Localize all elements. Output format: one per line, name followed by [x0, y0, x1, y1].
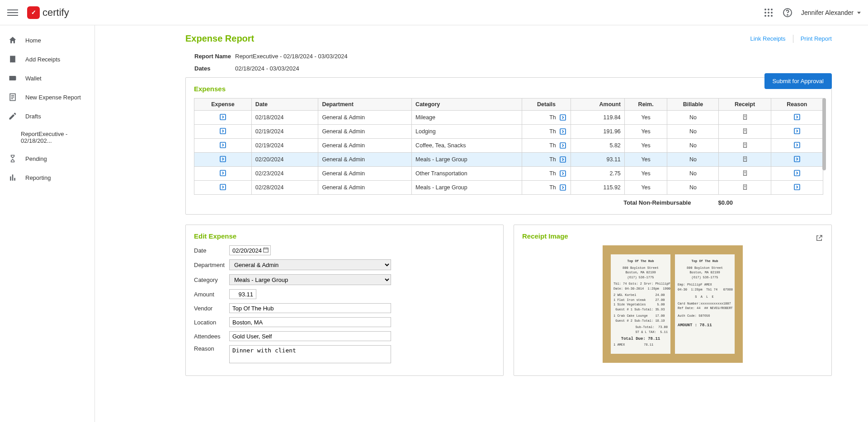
- expand-row-icon[interactable]: [219, 127, 227, 135]
- expand-row-icon[interactable]: [219, 169, 227, 177]
- svg-point-0: [764, 9, 766, 10]
- help-icon[interactable]: [782, 7, 793, 18]
- sidebar-item-drafts[interactable]: Drafts: [0, 107, 94, 126]
- vendor-input[interactable]: [229, 303, 391, 313]
- receipt-icon[interactable]: [742, 116, 748, 122]
- report-name-value: ReportExecutive - 02/18/2024 - 03/03/202…: [235, 53, 348, 60]
- location-input[interactable]: [229, 317, 391, 327]
- column-header: Details: [522, 98, 571, 111]
- sidebar-item-label: Pending: [25, 155, 47, 162]
- cell-details: Th: [549, 114, 556, 121]
- reason-input[interactable]: [229, 345, 391, 363]
- table-row[interactable]: 02/23/2024General & AdminOther Transport…: [194, 167, 823, 181]
- reason-icon[interactable]: [793, 127, 801, 135]
- print-report-link[interactable]: Print Report: [801, 35, 832, 42]
- sidebar-item-label: Home: [25, 37, 41, 44]
- reason-icon[interactable]: [793, 169, 801, 177]
- reason-label: Reason: [194, 345, 229, 352]
- sidebar-item-wallet[interactable]: Wallet: [0, 69, 94, 88]
- cell-department: General & Admin: [318, 125, 412, 139]
- total-nonreimbursable-label: Total Non-Reimbursable: [623, 199, 691, 206]
- sidebar-item-pending[interactable]: Pending: [0, 149, 94, 168]
- cell-category: Lodging: [412, 125, 522, 139]
- receipt-icon[interactable]: [742, 186, 748, 192]
- cell-billable: No: [667, 167, 719, 181]
- cell-category: Coffee, Tea, Snacks: [412, 139, 522, 153]
- attendees-input[interactable]: [229, 331, 391, 341]
- receipt-image[interactable]: Top Of The Hub 800 Boylston Street Bosto…: [603, 245, 743, 363]
- details-icon[interactable]: [559, 155, 567, 164]
- sidebar-item-home[interactable]: Home: [0, 31, 94, 50]
- reason-icon[interactable]: [793, 183, 801, 191]
- svg-rect-17: [794, 128, 800, 134]
- receipt-icon[interactable]: [742, 130, 748, 136]
- table-row[interactable]: 02/19/2024General & AdminLodgingTh191.96…: [194, 125, 823, 139]
- svg-rect-21: [220, 156, 226, 162]
- details-icon[interactable]: [559, 183, 567, 192]
- table-row[interactable]: 02/18/2024General & AdminMileageTh119.84…: [194, 111, 823, 125]
- cell-amount: 191.96: [571, 125, 624, 139]
- location-label: Location: [194, 319, 229, 326]
- cell-date: 02/28/2024: [251, 181, 318, 195]
- cell-reimbursable: Yes: [624, 139, 667, 153]
- open-external-icon[interactable]: [815, 234, 823, 244]
- table-row[interactable]: 02/20/2024General & AdminMeals - Large G…: [194, 153, 823, 167]
- svg-rect-29: [794, 184, 800, 190]
- receipt-icon[interactable]: [742, 172, 748, 178]
- link-receipts-link[interactable]: Link Receipts: [750, 35, 786, 42]
- svg-point-8: [771, 15, 773, 17]
- category-select[interactable]: Meals - Large Group: [229, 274, 391, 285]
- svg-rect-22: [560, 157, 566, 162]
- date-input[interactable]: [229, 245, 271, 255]
- cell-category: Meals - Large Group: [412, 181, 522, 195]
- svg-point-1: [768, 9, 769, 10]
- sidebar-item-reporting[interactable]: Reporting: [0, 168, 94, 187]
- expenses-card-title: Expenses: [194, 85, 823, 93]
- cell-details: Th: [549, 184, 556, 191]
- reason-icon[interactable]: [793, 155, 801, 163]
- attendees-label: Attendees: [194, 333, 229, 340]
- details-icon[interactable]: [559, 141, 567, 150]
- department-label: Department: [194, 262, 229, 268]
- receipt-icon[interactable]: [742, 144, 748, 150]
- amount-label: Amount: [194, 291, 229, 298]
- expand-row-icon[interactable]: [219, 113, 227, 121]
- cell-date: 02/23/2024: [251, 167, 318, 181]
- sidebar-item-label: New Expense Report: [25, 94, 81, 101]
- sidebar-item-label: Add Receipts: [25, 56, 60, 63]
- svg-point-2: [771, 9, 773, 10]
- column-header: Amount: [571, 98, 624, 111]
- sidebar-item-add-receipts[interactable]: Add Receipts: [0, 50, 94, 69]
- details-icon[interactable]: [559, 113, 567, 122]
- app-logo[interactable]: ✓ certify: [27, 6, 69, 19]
- reason-icon[interactable]: [793, 141, 801, 149]
- svg-rect-18: [220, 142, 226, 148]
- menu-icon[interactable]: [7, 7, 18, 18]
- expand-row-icon[interactable]: [219, 155, 227, 163]
- amount-input[interactable]: [229, 289, 256, 299]
- submit-for-approval-button[interactable]: Submit for Approval: [764, 73, 832, 89]
- user-menu[interactable]: Jennifer Alexander: [801, 9, 861, 16]
- expand-row-icon[interactable]: [219, 141, 227, 149]
- sidebar-item-label: Wallet: [25, 75, 42, 82]
- details-icon[interactable]: [559, 127, 567, 136]
- cell-department: General & Admin: [318, 167, 412, 181]
- cell-department: General & Admin: [318, 181, 412, 195]
- receipt-icon[interactable]: [742, 158, 748, 164]
- sidebar-item-new-report[interactable]: New Expense Report: [0, 88, 94, 107]
- cell-billable: No: [667, 111, 719, 125]
- chart-icon: [8, 173, 17, 182]
- department-select[interactable]: General & Admin: [229, 259, 391, 270]
- reason-icon[interactable]: [793, 113, 801, 121]
- cell-amount: 5.82: [571, 139, 624, 153]
- apps-icon[interactable]: [763, 7, 774, 18]
- user-name: Jennifer Alexander: [801, 9, 854, 16]
- svg-rect-13: [560, 115, 566, 120]
- details-icon[interactable]: [559, 169, 567, 178]
- scrollbar[interactable]: [822, 98, 826, 170]
- table-row[interactable]: 02/19/2024General & AdminCoffee, Tea, Sn…: [194, 139, 823, 153]
- table-row[interactable]: 02/28/2024General & AdminMeals - Large G…: [194, 181, 823, 195]
- cell-department: General & Admin: [318, 139, 412, 153]
- sidebar-item-current-report[interactable]: ReportExecutive - 02/18/202...: [0, 126, 94, 149]
- expand-row-icon[interactable]: [219, 183, 227, 191]
